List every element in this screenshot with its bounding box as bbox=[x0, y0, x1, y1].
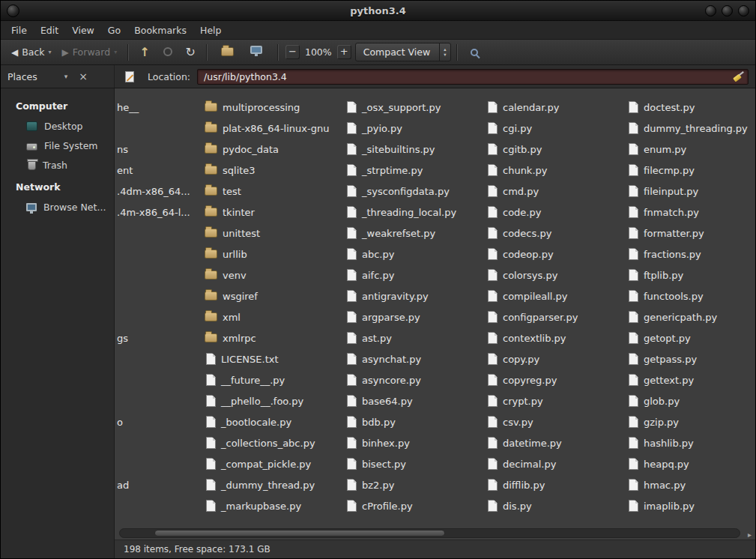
file-item[interactable]: hashlib.py bbox=[627, 433, 694, 453]
file-item[interactable]: ent bbox=[117, 160, 133, 180]
file-item[interactable]: wsgiref bbox=[205, 286, 258, 306]
file-item[interactable]: _collections_abc.py bbox=[205, 433, 315, 453]
file-item[interactable]: dummy_threading.py bbox=[627, 118, 748, 138]
file-item[interactable]: _pyio.py bbox=[345, 118, 402, 138]
back-button[interactable]: ◀ Back ▾ bbox=[6, 43, 57, 61]
file-item[interactable]: glob.py bbox=[627, 391, 680, 411]
zoom-in-button[interactable]: + bbox=[337, 45, 351, 59]
file-item[interactable]: fileinput.py bbox=[627, 181, 698, 201]
clean-icon[interactable] bbox=[733, 72, 744, 82]
file-item[interactable]: cgitb.py bbox=[486, 139, 542, 159]
file-item[interactable]: tkinter bbox=[205, 202, 255, 222]
location-input[interactable] bbox=[197, 69, 749, 85]
file-item[interactable]: enum.py bbox=[627, 139, 686, 159]
view-mode-select[interactable]: Compact View ▴ ▾ bbox=[355, 43, 451, 61]
file-item[interactable]: calendar.py bbox=[486, 97, 559, 117]
up-button[interactable]: ↑ bbox=[134, 43, 154, 61]
stop-button[interactable] bbox=[155, 43, 181, 61]
file-item[interactable]: dis.py bbox=[486, 496, 532, 516]
file-item[interactable]: _markupbase.py bbox=[205, 496, 301, 516]
file-item[interactable]: argparse.py bbox=[345, 307, 420, 327]
file-item[interactable]: cmd.py bbox=[486, 181, 539, 201]
file-item[interactable]: decimal.py bbox=[486, 454, 556, 474]
scroll-right-arrow[interactable]: ▸ bbox=[748, 531, 752, 539]
file-item[interactable]: __future__.py bbox=[205, 370, 285, 390]
file-item[interactable]: _osx_support.py bbox=[345, 97, 441, 117]
file-item[interactable]: bz2.py bbox=[345, 475, 394, 495]
file-item[interactable]: urllib bbox=[205, 244, 247, 264]
file-item[interactable]: contextlib.py bbox=[486, 328, 566, 348]
file-item[interactable]: heapq.py bbox=[627, 454, 689, 474]
file-item[interactable]: getopt.py bbox=[627, 328, 691, 348]
file-item[interactable]: copyreg.py bbox=[486, 370, 557, 390]
search-icon[interactable] bbox=[471, 49, 478, 56]
file-item[interactable]: binhex.py bbox=[345, 433, 410, 453]
file-item[interactable]: _strptime.py bbox=[345, 160, 423, 180]
file-item[interactable]: getpass.py bbox=[627, 349, 697, 369]
file-item[interactable]: xmlrpc bbox=[205, 328, 256, 348]
file-item[interactable]: base64.py bbox=[345, 391, 413, 411]
new-tab-button[interactable] bbox=[213, 43, 242, 61]
file-item[interactable]: unittest bbox=[205, 223, 260, 243]
file-item[interactable]: crypt.py bbox=[486, 391, 543, 411]
file-item[interactable]: _threading_local.py bbox=[345, 202, 456, 222]
scrollbar-thumb[interactable] bbox=[154, 530, 445, 537]
menu-item-go[interactable]: Go bbox=[101, 21, 127, 40]
file-item[interactable]: codecs.py bbox=[486, 223, 551, 243]
file-item[interactable]: venv bbox=[205, 265, 247, 285]
file-item[interactable]: aifc.py bbox=[345, 265, 394, 285]
menu-item-file[interactable]: File bbox=[4, 21, 34, 40]
file-item[interactable]: chunk.py bbox=[486, 160, 547, 180]
file-item[interactable]: fractions.py bbox=[627, 244, 701, 264]
file-item[interactable]: ad bbox=[117, 475, 129, 495]
file-item[interactable]: gzip.py bbox=[627, 412, 679, 432]
file-item[interactable]: filecmp.py bbox=[627, 160, 695, 180]
menu-item-bookmarks[interactable]: Bookmarks bbox=[127, 21, 193, 40]
file-item[interactable]: asyncore.py bbox=[345, 370, 421, 390]
horizontal-scrollbar[interactable] bbox=[119, 528, 740, 538]
file-item[interactable]: multiprocessing bbox=[205, 97, 300, 117]
file-item[interactable]: o bbox=[117, 412, 123, 432]
file-item[interactable]: _dummy_thread.py bbox=[205, 475, 315, 495]
sidebar-item-trash[interactable]: Trash bbox=[1, 156, 114, 175]
file-item[interactable]: ns bbox=[117, 139, 128, 159]
file-item[interactable]: gettext.py bbox=[627, 370, 694, 390]
menu-item-view[interactable]: View bbox=[65, 21, 101, 40]
sidebar-item-desktop[interactable]: Desktop bbox=[1, 117, 114, 136]
menu-item-help[interactable]: Help bbox=[193, 21, 229, 40]
file-item[interactable]: compileall.py bbox=[486, 286, 568, 306]
file-item[interactable]: hmac.py bbox=[627, 475, 686, 495]
file-item[interactable]: _sitebuiltins.py bbox=[345, 139, 435, 159]
file-item[interactable]: _bootlocale.py bbox=[205, 412, 291, 432]
file-item[interactable]: datetime.py bbox=[486, 433, 562, 453]
file-item[interactable]: codeop.py bbox=[486, 244, 554, 264]
file-item[interactable]: ast.py bbox=[345, 328, 392, 348]
file-item[interactable]: gs bbox=[117, 328, 128, 348]
file-item[interactable]: cgi.py bbox=[486, 118, 532, 138]
file-item[interactable]: __phello__.foo.py bbox=[205, 391, 303, 411]
file-item[interactable]: fnmatch.py bbox=[627, 202, 699, 222]
window-menu-button[interactable] bbox=[7, 4, 19, 17]
view-mode-spinner[interactable]: ▴ ▾ bbox=[439, 43, 450, 61]
file-item[interactable]: csv.py bbox=[486, 412, 533, 432]
file-item[interactable]: ftplib.py bbox=[627, 265, 683, 285]
file-item[interactable]: imaplib.py bbox=[627, 496, 695, 516]
file-item[interactable]: antigravity.py bbox=[345, 286, 429, 306]
sidebar-item-browse-net[interactable]: Browse Net... bbox=[1, 198, 114, 217]
file-item[interactable]: bdb.py bbox=[345, 412, 396, 432]
file-item[interactable]: cProfile.py bbox=[345, 496, 413, 516]
file-item[interactable]: _compat_pickle.py bbox=[205, 454, 311, 474]
file-item[interactable]: pydoc_data bbox=[205, 139, 279, 159]
file-item[interactable]: abc.py bbox=[345, 244, 394, 264]
file-item[interactable]: .4dm-x86_64... bbox=[117, 181, 190, 201]
maximize-button[interactable] bbox=[722, 5, 733, 16]
file-item[interactable]: difflib.py bbox=[486, 475, 545, 495]
file-item[interactable]: copy.py bbox=[486, 349, 539, 369]
edit-location-button[interactable] bbox=[120, 68, 139, 85]
file-item[interactable]: xml bbox=[205, 307, 241, 327]
file-item[interactable]: bisect.py bbox=[345, 454, 406, 474]
file-item[interactable]: doctest.py bbox=[627, 97, 695, 117]
file-item[interactable]: plat-x86_64-linux-gnu bbox=[205, 118, 329, 138]
file-item[interactable]: _weakrefset.py bbox=[345, 223, 435, 243]
file-item[interactable]: he__ bbox=[117, 97, 139, 117]
